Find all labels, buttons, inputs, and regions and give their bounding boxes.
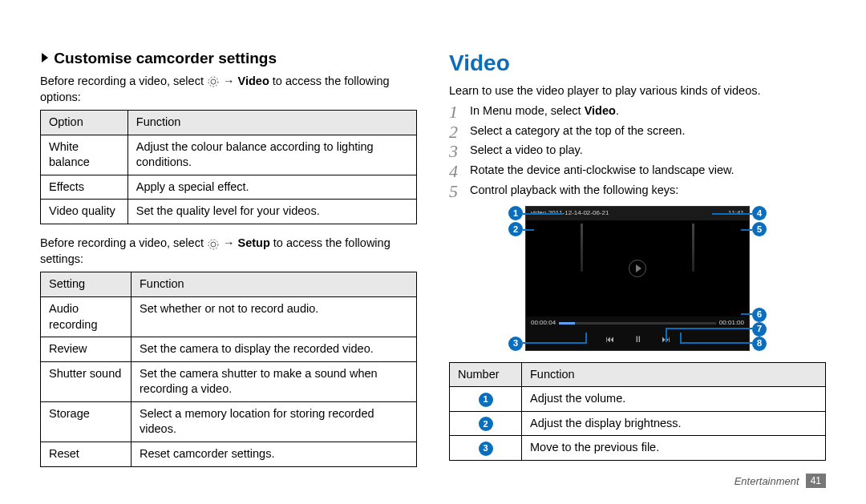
leader-line xyxy=(523,342,587,344)
col-function: Function xyxy=(132,272,417,297)
callout-2: 2 xyxy=(508,222,523,236)
pause-icon: ⏸ xyxy=(633,333,642,345)
svg-point-1 xyxy=(211,79,216,84)
col-number: Number xyxy=(450,362,522,387)
table-row: 2 Adjust the display brightness. xyxy=(450,411,826,436)
right-column: Video Learn to use the video player to p… xyxy=(449,48,826,480)
table-row: 3 Move to the previous file. xyxy=(450,436,826,461)
playback-controls: ⏮ ⏸ ⏭ xyxy=(526,330,749,350)
time-elapsed: 00:00:04 xyxy=(531,319,556,328)
subsection-title: Customise camcorder settings xyxy=(54,50,277,67)
cell: Set whether or not to record audio. xyxy=(132,297,417,337)
left-column: Customise camcorder settings Before reco… xyxy=(40,48,417,480)
cell: Set the camera shutter to make a sound w… xyxy=(132,361,417,401)
options-table: Option Function White balanceAdjust the … xyxy=(40,110,417,224)
callout-3: 3 xyxy=(508,337,523,351)
cell: Storage xyxy=(41,401,132,442)
list-item: Select a video to play. xyxy=(449,143,826,159)
text: Control playback with the following keys… xyxy=(470,183,678,196)
table-row: 1 Adjust the volume. xyxy=(450,387,826,412)
leader-line xyxy=(666,328,752,329)
arrow-glyph: → xyxy=(223,236,238,249)
text: Before recording a video, select xyxy=(40,75,207,87)
cell: Set the camera to display the recorded v… xyxy=(132,337,417,362)
col-option: Option xyxy=(41,111,128,135)
leader-line xyxy=(712,213,752,215)
svg-point-2 xyxy=(208,77,218,87)
cell-function: Adjust the volume. xyxy=(522,387,826,412)
leader-line xyxy=(666,328,667,342)
player-screen xyxy=(526,220,749,317)
cell: White balance xyxy=(41,135,128,175)
cell-function: Move to the previous file. xyxy=(522,436,826,461)
callout-1: 1 xyxy=(508,206,523,220)
table-row: Video qualitySet the quality level for y… xyxy=(41,200,417,224)
cell-number: 1 xyxy=(450,387,522,412)
cell: Set the quality level for your videos. xyxy=(127,200,416,224)
settings-intro: Before recording a video, select → Setup… xyxy=(40,236,417,268)
callout-5: 5 xyxy=(752,222,767,236)
table-row: Shutter soundSet the camera shutter to m… xyxy=(41,361,417,401)
leader-line xyxy=(741,313,752,315)
leader-line xyxy=(680,333,682,344)
chevron-right-icon xyxy=(40,48,50,69)
table-row: ResetReset camcorder settings. xyxy=(41,442,417,466)
text: Before recording a video, select xyxy=(40,236,207,249)
settings-table: Setting Function Audio recordingSet whet… xyxy=(40,272,417,466)
bold-video: Video xyxy=(238,75,269,87)
cell-number: 2 xyxy=(450,411,522,436)
progress-bar xyxy=(559,322,716,325)
cell: Audio recording xyxy=(41,297,132,337)
number-badge: 3 xyxy=(479,442,493,456)
page-footer: Entertainment 41 xyxy=(734,474,826,488)
cell: Shutter sound xyxy=(41,361,132,401)
col-function: Function xyxy=(522,362,826,387)
subsection-heading: Customise camcorder settings xyxy=(40,48,417,69)
leader-line xyxy=(680,342,752,344)
arrow-glyph: → xyxy=(223,75,238,87)
list-item: Control playback with the following keys… xyxy=(449,183,826,199)
cell: Select a memory location for storing rec… xyxy=(132,401,417,442)
callout-8: 8 xyxy=(752,337,767,351)
leader-line xyxy=(741,229,752,231)
cell: Adjust the colour balance according to l… xyxy=(127,135,416,175)
cell: Effects xyxy=(41,175,128,200)
cell: Reset xyxy=(41,442,132,466)
volume-brightness-overlay xyxy=(526,224,749,235)
leader-line xyxy=(523,213,563,215)
text: Select a category at the top of the scre… xyxy=(470,124,685,137)
callout-7: 7 xyxy=(752,322,767,337)
video-player-diagram: video-2011-12-14-02-06-21 11:41 00:00:04… xyxy=(473,206,802,350)
table-row: White balanceAdjust the colour balance a… xyxy=(41,135,417,175)
callout-6: 6 xyxy=(752,308,767,322)
leader-line xyxy=(523,229,534,231)
steps-list: In Menu mode, select Video. Select a cat… xyxy=(449,103,826,198)
callout-legend-table: Number Function 1 Adjust the volume. 2 A… xyxy=(449,362,826,461)
section-title: Video xyxy=(449,48,826,79)
overlay-bar xyxy=(581,224,583,272)
text: In Menu mode, select xyxy=(470,104,585,117)
overlay-bar xyxy=(692,224,694,272)
number-badge: 2 xyxy=(479,417,493,431)
play-icon xyxy=(629,260,646,277)
options-intro: Before recording a video, select → Video… xyxy=(40,74,417,106)
cell: Apply a special effect. xyxy=(127,175,416,200)
list-item: Rotate the device anti-clockwise to land… xyxy=(449,163,826,179)
col-function: Function xyxy=(127,111,416,135)
svg-marker-0 xyxy=(42,53,48,62)
svg-point-4 xyxy=(208,240,218,249)
cell-number: 3 xyxy=(450,436,522,461)
table-row: ReviewSet the camera to display the reco… xyxy=(41,337,417,362)
bold: Video xyxy=(585,104,616,117)
time-total: 00:01:00 xyxy=(719,319,744,328)
bold-setup: Setup xyxy=(238,236,270,249)
leader-line xyxy=(585,333,587,344)
prev-icon: ⏮ xyxy=(605,333,614,345)
col-setting: Setting xyxy=(41,272,132,297)
text: Select a video to play. xyxy=(470,143,583,156)
gear-icon xyxy=(207,236,220,252)
cell: Reset camcorder settings. xyxy=(132,442,417,466)
svg-point-3 xyxy=(211,242,216,247)
section-lead: Learn to use the video player to play va… xyxy=(449,83,826,99)
table-row: Audio recordingSet whether or not to rec… xyxy=(41,297,417,337)
